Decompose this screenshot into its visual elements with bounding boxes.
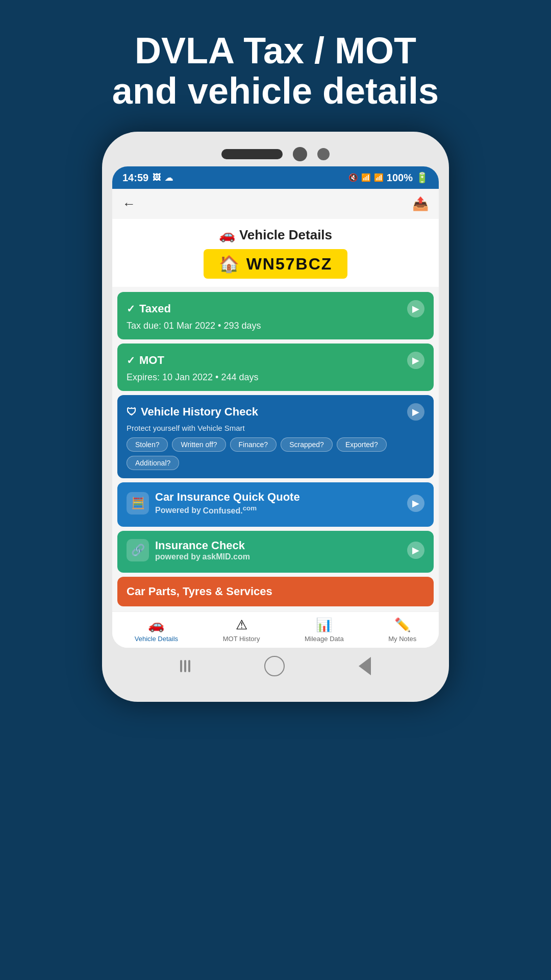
- mot-title: ✓ MOT: [127, 354, 164, 367]
- mot-status: MOT: [139, 354, 164, 367]
- status-left: 14:59 🖼 ☁: [122, 172, 173, 184]
- insurance-link-icon: 🔗: [127, 539, 149, 561]
- tag-exported[interactable]: Exported?: [337, 437, 387, 452]
- phone-frame: 14:59 🖼 ☁ 🔇 📶 📶 100% 🔋 ← 📤 🚗: [102, 132, 449, 701]
- title-section: 🚗 Vehicle Details 🏠 WN57BCZ: [112, 219, 439, 287]
- insurance-quote-card[interactable]: 🧮 Car Insurance Quick Quote Powered by C…: [117, 482, 434, 526]
- status-image-icon: 🖼: [153, 173, 161, 182]
- nav-mileage[interactable]: 📊 Mileage Data: [305, 617, 344, 643]
- history-title-text: Vehicle History Check: [141, 405, 258, 419]
- nav-notes-icon: ✏️: [394, 617, 411, 633]
- phone-notch: [112, 147, 439, 161]
- tag-scrapped[interactable]: Scrapped?: [281, 437, 333, 452]
- phone-speaker: [221, 149, 283, 159]
- car-icon: 🚗: [219, 227, 235, 243]
- status-right: 🔇 📶 📶 100% 🔋: [348, 172, 429, 184]
- nav-vehicle-details[interactable]: 🚗 Vehicle Details: [135, 617, 178, 643]
- garage-icon: 🏠: [219, 254, 240, 274]
- nav-mot-history[interactable]: ⚠ MOT History: [223, 617, 260, 643]
- tax-arrow[interactable]: ▶: [407, 300, 424, 317]
- insurance-quote-arrow[interactable]: ▶: [407, 495, 424, 512]
- parts-title: Car Parts, Tyres & Services: [127, 585, 424, 598]
- askmid-brand: askMID.com: [203, 552, 250, 561]
- status-time: 14:59: [122, 172, 148, 184]
- status-signal-icon: 📶: [374, 173, 384, 182]
- history-title: 🛡 Vehicle History Check: [127, 405, 258, 419]
- nav-notes[interactable]: ✏️ My Notes: [388, 617, 416, 643]
- tag-additional[interactable]: Additional?: [127, 456, 179, 470]
- nav-vehicle-label: Vehicle Details: [135, 635, 178, 643]
- bottom-nav: 🚗 Vehicle Details ⚠ MOT History 📊 Mileag…: [112, 611, 439, 648]
- history-card[interactable]: 🛡 Vehicle History Check ▶ Protect yourse…: [117, 395, 434, 478]
- tag-written-off[interactable]: Written off?: [172, 437, 226, 452]
- status-cloud-icon: ☁: [165, 173, 173, 183]
- tag-stolen[interactable]: Stolen?: [127, 437, 168, 452]
- insurance-quote-text: Car Insurance Quick Quote Powered by Con…: [155, 491, 407, 515]
- page-header: DVLA Tax / MOT and vehicle details: [92, 0, 459, 132]
- insurance-check-powered: powered by askMID.com: [155, 552, 407, 561]
- plate-badge: 🏠 WN57BCZ: [204, 249, 348, 279]
- home-button[interactable]: [264, 656, 285, 676]
- history-arrow[interactable]: ▶: [407, 403, 424, 421]
- status-wifi-icon: 📶: [361, 173, 371, 182]
- cards-container: ✓ Taxed ▶ Tax due: 01 Mar 2022 • 293 day…: [112, 287, 439, 611]
- insurance-check-title: Insurance Check: [155, 539, 407, 552]
- insurance-calc-icon: 🧮: [127, 492, 149, 514]
- insurance-check-text: Insurance Check powered by askMID.com: [155, 539, 407, 561]
- app-content: 🚗 Vehicle Details 🏠 WN57BCZ ✓ Taxed: [112, 219, 439, 611]
- app-nav-bar: ← 📤: [112, 189, 439, 219]
- insurance-check-arrow[interactable]: ▶: [407, 542, 424, 559]
- phone-sensor: [317, 148, 330, 160]
- mot-card[interactable]: ✓ MOT ▶ Expires: 10 Jan 2022 • 244 days: [117, 344, 434, 391]
- nav-mileage-icon: 📊: [316, 617, 332, 633]
- phone-camera: [293, 147, 307, 161]
- mot-arrow[interactable]: ▶: [407, 352, 424, 369]
- back-button[interactable]: ←: [122, 196, 136, 212]
- gesture-lines: [180, 660, 190, 672]
- tax-title: ✓ Taxed: [127, 302, 171, 315]
- status-battery-label: 100%: [387, 172, 413, 184]
- tax-detail: Tax due: 01 Mar 2022 • 293 days: [127, 321, 424, 331]
- mot-detail: Expires: 10 Jan 2022 • 244 days: [127, 372, 424, 383]
- history-tags: Stolen? Written off? Finance? Scrapped? …: [127, 437, 424, 470]
- tax-card[interactable]: ✓ Taxed ▶ Tax due: 01 Mar 2022 • 293 day…: [117, 292, 434, 339]
- status-battery-icon: 🔋: [416, 172, 429, 184]
- back-gesture[interactable]: [359, 657, 371, 675]
- confused-brand: Confused.com: [203, 506, 257, 515]
- nav-car-icon: 🚗: [148, 617, 164, 633]
- header-line1: DVLA Tax / MOT: [112, 31, 439, 71]
- share-button[interactable]: 📤: [412, 196, 429, 212]
- phone-screen: 14:59 🖼 ☁ 🔇 📶 📶 100% 🔋 ← 📤 🚗: [112, 166, 439, 647]
- plate-number: WN57BCZ: [246, 255, 333, 274]
- nav-mileage-label: Mileage Data: [305, 635, 344, 643]
- insurance-quote-title: Car Insurance Quick Quote: [155, 491, 407, 504]
- insurance-check-card[interactable]: 🔗 Insurance Check powered by askMID.com: [117, 531, 434, 573]
- mot-check-icon: ✓: [127, 354, 135, 366]
- status-bar: 14:59 🖼 ☁ 🔇 📶 📶 100% 🔋: [112, 166, 439, 189]
- tag-finance[interactable]: Finance?: [230, 437, 277, 452]
- shield-icon: 🛡: [127, 406, 137, 418]
- insurance-quote-powered: Powered by Confused.com: [155, 504, 407, 515]
- tax-status: Taxed: [139, 302, 171, 315]
- nav-notes-label: My Notes: [388, 635, 416, 643]
- app-title-text: Vehicle Details: [239, 227, 332, 243]
- insurance-check-main: 🔗 Insurance Check powered by askMID.com: [127, 539, 407, 561]
- history-desc: Protect yourself with Vehicle Smart: [127, 424, 424, 432]
- phone-bottom-bar: [112, 648, 439, 681]
- status-mute-icon: 🔇: [348, 173, 358, 182]
- parts-card[interactable]: Car Parts, Tyres & Services: [117, 577, 434, 606]
- vehicle-title: 🚗 Vehicle Details: [120, 227, 431, 243]
- tax-check-icon: ✓: [127, 303, 135, 315]
- nav-mot-label: MOT History: [223, 635, 260, 643]
- insurance-quote-main: 🧮 Car Insurance Quick Quote Powered by C…: [127, 491, 407, 515]
- header-line2: and vehicle details: [112, 71, 439, 111]
- nav-mot-icon: ⚠: [236, 617, 247, 633]
